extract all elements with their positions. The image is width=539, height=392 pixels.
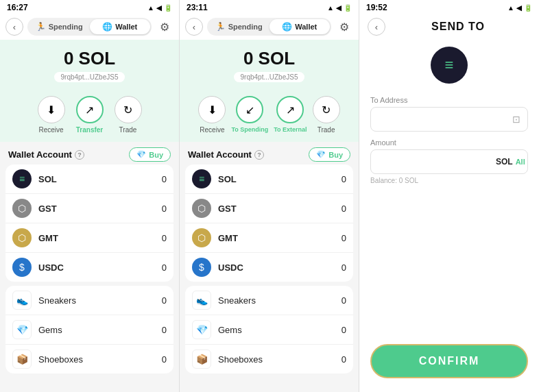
nft-list-1: 👟 Sneakers 0 💎 Gems 0 📦 Shoeboxes 0: [5, 286, 173, 373]
section-title-1: Wallet Account ?: [8, 149, 84, 160]
battery-icon-send: 🔋: [524, 4, 532, 12]
tab-spending-2[interactable]: 🏃 Spending: [208, 19, 270, 34]
to-spending-circle-2: ↙: [236, 96, 263, 123]
help-icon-2[interactable]: ?: [254, 150, 264, 160]
sneakers-amount-1: 0: [162, 295, 167, 306]
amount-field-row[interactable]: SOL All: [370, 149, 528, 174]
wifi-icon-send: ◀: [516, 4, 522, 12]
transfer-circle-1: ↗: [76, 96, 104, 123]
nft-sneakers-2[interactable]: 👟 Sneakers 0: [185, 286, 353, 315]
amount-label: Amount: [370, 138, 528, 147]
token-sol-2[interactable]: ≡ SOL 0: [185, 164, 353, 194]
tab-spending-1[interactable]: 🏃 Spending: [29, 19, 90, 34]
tab-wallet-2[interactable]: 🌐 Wallet: [270, 19, 331, 34]
gst-icon-2: ⬡: [192, 199, 211, 218]
tab-wallet-1[interactable]: 🌐 Wallet: [90, 19, 151, 34]
token-gmt-1[interactable]: ⬡ GMT 0: [5, 223, 173, 253]
amount-input[interactable]: [378, 157, 493, 167]
gems-amount-1: 0: [162, 325, 167, 335]
nft-shoeboxes-1[interactable]: 📦 Shoeboxes 0: [5, 345, 173, 373]
status-icons-2: ▲ ◀ 🔋: [327, 4, 352, 12]
balance-area-2: 0 SOL 9rqb4pt...UZbeJS5: [180, 40, 359, 89]
receive-label-2: Receive: [200, 126, 224, 134]
sneakers-icon-2: 👟: [192, 291, 211, 310]
nft-list-2: 👟 Sneakers 0 💎 Gems 0 📦 Shoeboxes 0: [185, 286, 353, 373]
shoeboxes-name-2: Shoeboxes: [218, 354, 342, 365]
usdc-amount-1: 0: [162, 262, 167, 273]
status-time-send: 19:52: [366, 3, 387, 12]
balance-address-2: 9rqb4pt...UZbeJS5: [234, 72, 305, 82]
all-button[interactable]: All: [516, 158, 525, 166]
status-icons-1: ▲ ◀ 🔋: [147, 4, 172, 12]
sneakers-icon-1: 👟: [12, 291, 32, 310]
nft-gems-1[interactable]: 💎 Gems 0: [5, 315, 173, 345]
panel-1: 16:27 ▲ ◀ 🔋 ‹ 🏃 Spending 🌐 Wallet ⚙ 0 SO…: [0, 0, 180, 392]
help-icon-1[interactable]: ?: [75, 150, 84, 160]
sol-amount-1: 0: [162, 174, 167, 184]
gems-icon-1: 💎: [12, 320, 32, 339]
usdc-name-2: USDC: [218, 262, 342, 273]
sol-name-1: SOL: [38, 174, 162, 184]
trade-btn-2[interactable]: ↻ Trade: [313, 96, 340, 134]
back-button-2[interactable]: ‹: [185, 18, 203, 36]
nft-sneakers-1[interactable]: 👟 Sneakers 0: [5, 286, 173, 315]
usdc-amount-2: 0: [342, 262, 346, 273]
receive-btn-2[interactable]: ⬇ Receive: [198, 96, 226, 134]
status-time-1: 16:27: [7, 3, 28, 12]
status-time-2: 23:11: [187, 3, 208, 12]
wifi-icon-1: ◀: [156, 4, 162, 12]
token-usdc-2[interactable]: $ USDC 0: [185, 253, 353, 282]
buy-icon-2: 💎: [316, 150, 326, 159]
token-sol-1[interactable]: ≡ SOL 0: [5, 164, 173, 194]
section-header-2: Wallet Account ? 💎 Buy: [180, 142, 359, 164]
usdc-icon-1: $: [12, 258, 32, 277]
gst-amount-1: 0: [162, 204, 167, 214]
buy-button-1[interactable]: 💎 Buy: [129, 147, 171, 162]
sol-amount-2: 0: [342, 174, 346, 184]
status-bar-send: 19:52 ▲ ◀ 🔋: [359, 0, 539, 14]
gear-button-2[interactable]: ⚙: [335, 18, 353, 36]
confirm-button[interactable]: CONFIRM: [370, 344, 528, 378]
qr-scan-icon[interactable]: ⊡: [512, 114, 520, 125]
shoeboxes-amount-1: 0: [162, 354, 167, 365]
buy-button-2[interactable]: 💎 Buy: [309, 147, 350, 162]
nft-gems-2[interactable]: 💎 Gems 0: [185, 315, 353, 345]
token-gst-1[interactable]: ⬡ GST 0: [5, 194, 173, 223]
shoeboxes-name-1: Shoeboxes: [38, 354, 162, 365]
gems-name-2: Gems: [218, 325, 342, 335]
section-title-2: Wallet Account ?: [188, 149, 264, 160]
receive-circle-2: ⬇: [198, 96, 226, 123]
balance-label: Balance: 0 SOL: [370, 177, 528, 184]
nft-shoeboxes-2[interactable]: 📦 Shoeboxes 0: [185, 345, 353, 373]
shoeboxes-icon-2: 📦: [192, 350, 211, 369]
gems-name-1: Gems: [38, 325, 162, 335]
token-gmt-2[interactable]: ⬡ GMT 0: [185, 223, 353, 253]
token-usdc-1[interactable]: $ USDC 0: [5, 253, 173, 282]
to-external-btn-2[interactable]: ↗ To External: [274, 96, 307, 134]
gems-amount-2: 0: [342, 325, 346, 335]
nav-tabs-1: 🏃 Spending 🌐 Wallet: [27, 18, 152, 36]
receive-btn-1[interactable]: ⬇ Receive: [38, 96, 65, 134]
status-icons-send: ▲ ◀ 🔋: [507, 4, 532, 12]
status-bar-2: 23:11 ▲ ◀ 🔋: [180, 0, 359, 14]
trade-btn-1[interactable]: ↻ Trade: [115, 96, 142, 134]
balance-amount-2: 0 SOL: [191, 48, 348, 69]
trade-circle-1: ↻: [115, 96, 142, 123]
signal-icon-send: ▲: [507, 4, 514, 12]
to-spending-btn-2[interactable]: ↙ To Spending: [231, 96, 268, 134]
transfer-btn-1[interactable]: ↗ Transfer: [76, 96, 104, 134]
back-button-1[interactable]: ‹: [5, 18, 23, 36]
signal-icon-2: ▲: [327, 4, 334, 12]
to-address-field[interactable]: ⊡: [370, 107, 528, 132]
battery-icon-2: 🔋: [344, 4, 352, 12]
send-title: SEND TO: [385, 21, 531, 33]
gear-button-1[interactable]: ⚙: [156, 18, 173, 36]
gst-name-1: GST: [38, 204, 162, 214]
token-gst-2[interactable]: ⬡ GST 0: [185, 194, 353, 223]
nav-bar-2: ‹ 🏃 Spending 🌐 Wallet ⚙: [180, 14, 359, 40]
to-spending-label-2: To Spending: [231, 126, 268, 133]
sol-icon-2: ≡: [192, 169, 211, 188]
sol-currency-label: SOL: [496, 157, 513, 167]
send-back-button[interactable]: ‹: [368, 18, 385, 36]
action-buttons-2: ⬇ Receive ↙ To Spending ↗ To External ↻ …: [180, 89, 359, 142]
